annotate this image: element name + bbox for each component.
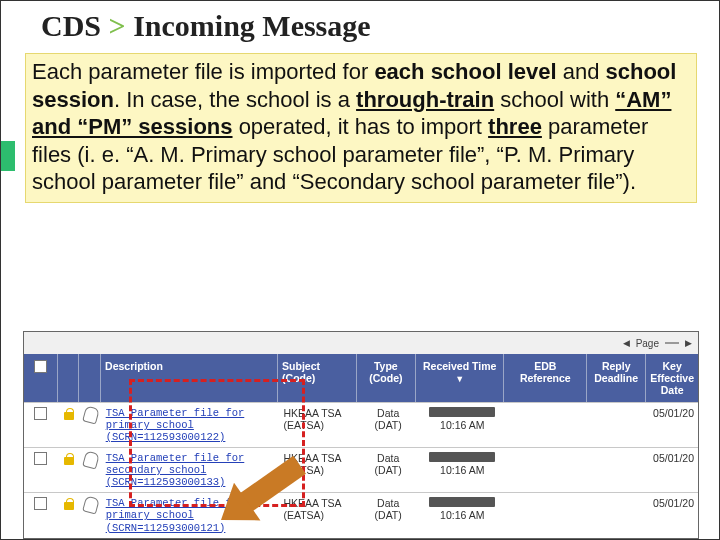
subject-cell: HKEAA TSA (EATSA) bbox=[279, 403, 358, 447]
desc-line: secondary school bbox=[106, 464, 207, 476]
type-cell: Data (DAT) bbox=[359, 448, 418, 492]
table-toolbar: ◀ Page ▶ bbox=[24, 332, 698, 354]
col-received-label: Received Time bbox=[423, 360, 496, 372]
received-cell: 10:16 AM bbox=[418, 448, 507, 492]
col-checkbox bbox=[24, 354, 58, 402]
eff-cell: 05/01/20 bbox=[649, 448, 698, 492]
lock-icon bbox=[62, 497, 76, 511]
subj-line: HKEAA TSA bbox=[283, 497, 341, 509]
info-callout: Each parameter file is imported for each… bbox=[25, 53, 697, 203]
desc-line: primary school bbox=[106, 419, 194, 431]
page-label: Page bbox=[636, 338, 659, 349]
text: . In case, the school is a bbox=[114, 87, 356, 112]
recv-time: 10:16 AM bbox=[440, 419, 484, 431]
type-cell: Data (DAT) bbox=[359, 403, 418, 447]
sort-right-icon[interactable]: ▶ bbox=[685, 339, 692, 348]
redacted-date bbox=[429, 407, 495, 417]
received-cell: 10:16 AM bbox=[418, 403, 507, 447]
type-line: (DAT) bbox=[375, 509, 402, 521]
table-row: TSA Parameter file for primary school (S… bbox=[24, 402, 698, 447]
subject-cell: HKEAA TSA (EATSA) bbox=[279, 493, 358, 537]
text: and bbox=[557, 59, 606, 84]
col-subject[interactable]: Subject (Code) bbox=[278, 354, 357, 402]
message-table: ◀ Page ▶ Description Subject (Code) Type… bbox=[23, 331, 699, 539]
paperclip-icon bbox=[82, 451, 100, 470]
bold-three: three bbox=[488, 114, 542, 139]
sort-left-icon[interactable]: ◀ bbox=[623, 339, 630, 348]
row-checkbox[interactable] bbox=[34, 452, 47, 465]
type-line: (DAT) bbox=[375, 464, 402, 476]
col-lock bbox=[58, 354, 80, 402]
subj-line: (EATSA) bbox=[283, 419, 324, 431]
edb-cell bbox=[507, 493, 590, 537]
type-line: Data bbox=[377, 497, 399, 509]
slide: CDS > Incoming Message Each parameter fi… bbox=[0, 0, 720, 540]
subj-line: (EATSA) bbox=[283, 509, 324, 521]
sort-desc-icon: ▼ bbox=[455, 374, 464, 384]
page-title: CDS > Incoming Message bbox=[41, 9, 371, 43]
eff-cell: 05/01/20 bbox=[649, 493, 698, 537]
lock-icon bbox=[62, 407, 76, 421]
lock-icon bbox=[62, 452, 76, 466]
subj-line: HKEAA TSA bbox=[283, 407, 341, 419]
desc-line: (SCRN=112593000122) bbox=[106, 431, 226, 443]
paperclip-icon bbox=[82, 405, 100, 424]
table-row: TSA Parameter file for secondary school … bbox=[24, 447, 698, 492]
table-row: TSA Parameter file for primary school (S… bbox=[24, 492, 698, 537]
table-header: Description Subject (Code) Type (Code) R… bbox=[24, 354, 698, 402]
col-type[interactable]: Type (Code) bbox=[357, 354, 416, 402]
accent-bar bbox=[1, 141, 15, 171]
col-attach bbox=[79, 354, 101, 402]
redacted-date bbox=[429, 452, 495, 462]
recv-time: 10:16 AM bbox=[440, 464, 484, 476]
type-line: Data bbox=[377, 452, 399, 464]
desc-line: (SCRN=112593000133) bbox=[106, 476, 226, 488]
desc-line: primary school bbox=[106, 509, 194, 521]
crumb-cds: CDS bbox=[41, 9, 101, 42]
edb-cell bbox=[507, 403, 590, 447]
col-edb[interactable]: EDB Reference bbox=[504, 354, 587, 402]
col-received[interactable]: Received Time▼ bbox=[416, 354, 505, 402]
received-cell: 10:16 AM bbox=[418, 493, 507, 537]
reply-cell bbox=[590, 493, 649, 537]
type-cell: Data (DAT) bbox=[359, 493, 418, 537]
bold-each-school-level: each school level bbox=[374, 59, 556, 84]
reply-cell bbox=[590, 403, 649, 447]
bold-through-train: through-train bbox=[356, 87, 494, 112]
reply-cell bbox=[590, 448, 649, 492]
type-line: (DAT) bbox=[375, 419, 402, 431]
description-link[interactable]: TSA Parameter file for primary school (S… bbox=[102, 403, 280, 447]
col-effective[interactable]: Key Effective Date bbox=[646, 354, 698, 402]
desc-line: TSA Parameter file for bbox=[106, 407, 245, 419]
checkbox-all[interactable] bbox=[34, 360, 47, 373]
edb-cell bbox=[507, 448, 590, 492]
desc-line: (SCRN=112593000121) bbox=[106, 522, 226, 534]
text: school with bbox=[494, 87, 615, 112]
text: operated, it has to import bbox=[233, 114, 489, 139]
row-checkbox[interactable] bbox=[34, 497, 47, 510]
col-description[interactable]: Description bbox=[101, 354, 278, 402]
crumb-incoming: Incoming Message bbox=[133, 9, 370, 42]
eff-cell: 05/01/20 bbox=[649, 403, 698, 447]
paperclip-icon bbox=[82, 496, 100, 515]
desc-line: TSA Parameter file for bbox=[106, 452, 245, 464]
col-reply[interactable]: Reply Deadline bbox=[587, 354, 646, 402]
redacted-date bbox=[429, 497, 495, 507]
page-input[interactable] bbox=[665, 342, 679, 344]
recv-time: 10:16 AM bbox=[440, 509, 484, 521]
chevron-right-icon: > bbox=[109, 9, 126, 42]
text: Each parameter file is imported for bbox=[32, 59, 374, 84]
type-line: Data bbox=[377, 407, 399, 419]
row-checkbox[interactable] bbox=[34, 407, 47, 420]
